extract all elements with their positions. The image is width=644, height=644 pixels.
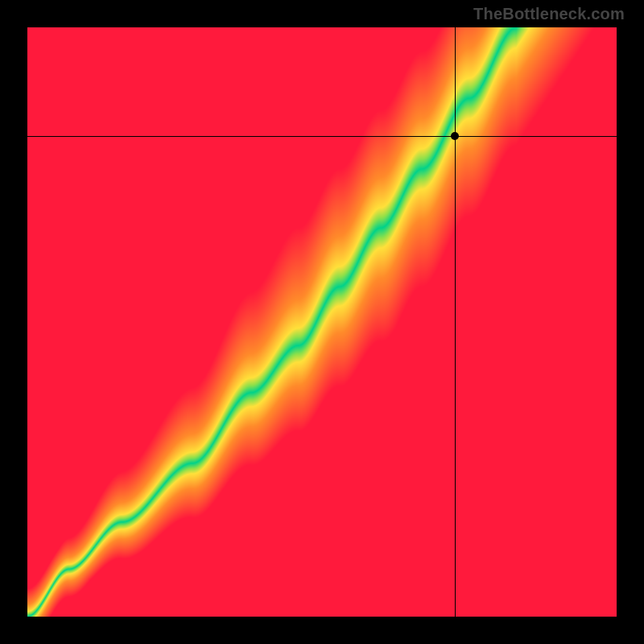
watermark-text: TheBottleneck.com	[473, 5, 625, 23]
bottleneck-heatmap	[27, 27, 617, 617]
chart-stage: TheBottleneck.com	[0, 0, 644, 644]
